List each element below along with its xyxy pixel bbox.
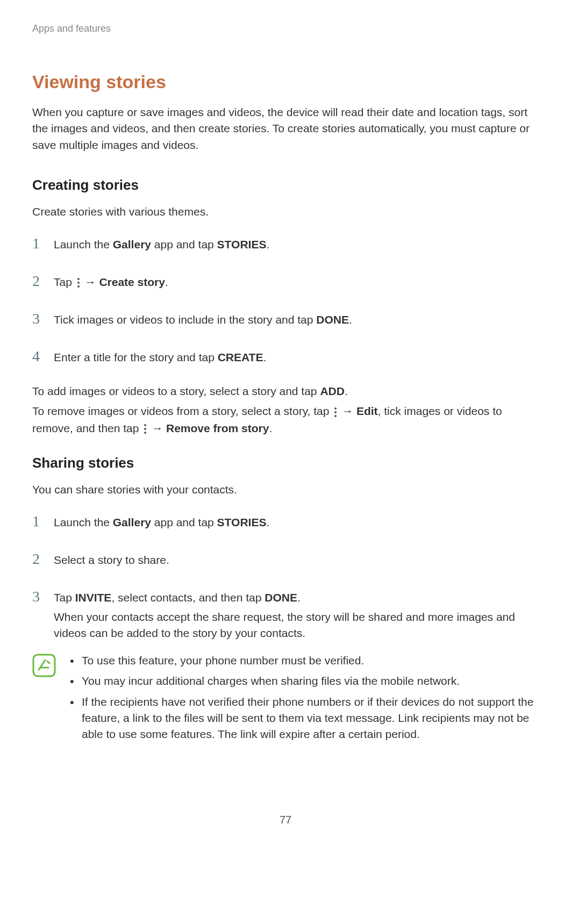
step-number: 1 xyxy=(32,510,54,533)
svg-point-4 xyxy=(334,411,337,413)
creating-stories-intro: Create stories with various themes. xyxy=(32,203,539,220)
step-3: 3 Tick images or videos to include in th… xyxy=(32,307,539,330)
svg-point-7 xyxy=(144,428,146,430)
note-item: If the recipients have not verified thei… xyxy=(67,694,539,743)
sharing-stories-intro: You can share stories with your contacts… xyxy=(32,481,539,498)
add-note: To add images or videos to a story, sele… xyxy=(32,383,539,400)
note-item: To use this feature, your phone number m… xyxy=(67,653,539,669)
section-header: Apps and features xyxy=(32,22,539,36)
note-block: To use this feature, your phone number m… xyxy=(32,653,539,747)
step-text: Launch the Gallery app and tap STORIES. xyxy=(54,514,539,531)
intro-paragraph: When you capture or save images and vide… xyxy=(32,104,539,153)
step-2: 2 Tap → Create story. xyxy=(32,270,539,292)
more-options-icon xyxy=(76,277,81,288)
note-icon xyxy=(32,654,56,681)
remove-note: To remove images or videos from a story,… xyxy=(32,403,539,436)
step-number: 3 xyxy=(32,307,54,330)
step-number: 4 xyxy=(32,345,54,368)
svg-point-2 xyxy=(77,285,80,288)
svg-point-3 xyxy=(334,407,337,410)
share-step-2: 2 Select a story to share. xyxy=(32,548,539,570)
step-4: 4 Enter a title for the story and tap CR… xyxy=(32,345,539,368)
more-options-icon xyxy=(143,424,147,434)
step-number: 3 xyxy=(32,585,54,608)
svg-point-6 xyxy=(144,424,146,426)
step-text: Select a story to share. xyxy=(54,551,539,569)
step-text: Tap → Create story. xyxy=(54,274,539,291)
step-text: Tick images or videos to include in the … xyxy=(54,311,539,328)
note-list: To use this feature, your phone number m… xyxy=(67,653,539,747)
step-number: 2 xyxy=(32,548,54,570)
step-text: Launch the Gallery app and tap STORIES. xyxy=(54,236,539,253)
share-step-3: 3 Tap INVITE, select contacts, and then … xyxy=(32,585,539,608)
step-number: 1 xyxy=(32,232,54,255)
share-step-1: 1 Launch the Gallery app and tap STORIES… xyxy=(32,510,539,533)
sharing-stories-title: Sharing stories xyxy=(32,453,539,474)
svg-point-8 xyxy=(144,432,146,434)
svg-point-5 xyxy=(334,415,337,417)
step-text: Enter a title for the story and tap CREA… xyxy=(54,349,539,366)
page-title: Viewing stories xyxy=(32,68,539,96)
svg-point-1 xyxy=(77,282,80,284)
svg-point-0 xyxy=(77,278,80,280)
share-step-3-sub: When your contacts accept the share requ… xyxy=(54,609,539,642)
more-options-icon xyxy=(333,407,338,418)
page-number: 77 xyxy=(32,812,539,828)
step-number: 2 xyxy=(32,270,54,292)
note-item: You may incur additional charges when sh… xyxy=(67,673,539,689)
step-1: 1 Launch the Gallery app and tap STORIES… xyxy=(32,232,539,255)
svg-rect-9 xyxy=(33,655,55,676)
step-text: Tap INVITE, select contacts, and then ta… xyxy=(54,589,539,606)
creating-stories-title: Creating stories xyxy=(32,175,539,196)
